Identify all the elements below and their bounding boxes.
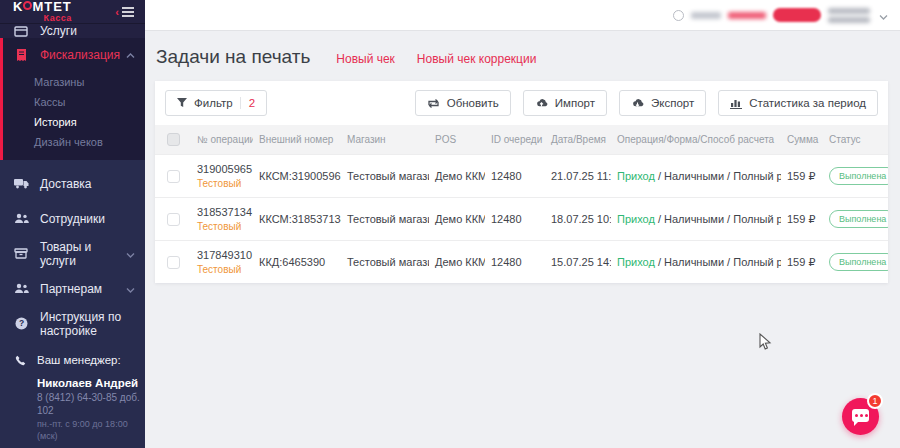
sidebar-subitem-receipt-design[interactable]: Дизайн чеков [3,132,145,152]
title-row: Задачи на печать Новый чек Новый чек кор… [155,46,888,68]
box-icon [13,248,29,259]
status-badge: Выполнена [829,167,888,185]
operation-info: Приход / Наличными / Полный расчет [611,198,781,241]
amount: 159 ₽ [781,198,823,241]
shop-name: Тестовый магазин [341,241,429,284]
people-icon [13,283,29,294]
sidebar-contacts: Ваш менеджер: Николаев Андрей 8 (8412) 6… [0,354,145,448]
sidebar-item-label: Инструкция по настройке [40,310,135,338]
col-header-pos: POS [429,125,485,155]
sidebar-item-label: Сотрудники [40,212,135,226]
cloud-download-icon [631,98,644,108]
table-row[interactable]: 319005965Тестовый ККСМ:319005965 Тестовы… [155,155,888,198]
phone-icon [12,355,28,366]
sidebar-item-label: Доставка [40,177,135,191]
question-circle-icon: ? [13,317,29,330]
svg-text:?: ? [18,318,23,328]
select-all-checkbox[interactable] [167,133,180,146]
pos-name: Демо ККМ [429,241,485,284]
sidebar-menu: Доставка Сотрудники Товары и услуги [0,166,145,341]
export-button[interactable]: Экспорт [619,90,706,116]
col-header-operation-id: № операции [191,125,253,155]
row-checkbox[interactable] [167,213,180,226]
status-badge: Выполнена [829,253,888,271]
redacted-topup-button[interactable] [773,8,821,22]
shop-name: Тестовый магазин [341,198,429,241]
account-chevron-down-icon[interactable] [879,6,888,24]
sidebar-item-delivery[interactable]: Доставка [0,166,145,201]
chat-fab-button[interactable]: 1 [842,398,879,435]
toolbar: Фильтр 2 Обновить [155,81,888,125]
datetime: 18.07.25 10:33 [545,198,611,241]
sidebar-item-employees[interactable]: Сотрудники [0,201,145,236]
table-header-row: № операции Внешний номер Магазин POS ID … [155,125,888,155]
sidebar-item-services[interactable]: Услуги [0,24,145,38]
sidebar-item-goods-services[interactable]: Товары и услуги [0,236,145,271]
col-header-status: Статус [823,125,888,155]
services-icon [13,26,29,37]
filter-button[interactable]: Фильтр 2 [165,90,267,116]
manager-phone: 8 (8412) 64-30-85 доб. 102 [37,392,145,417]
import-label: Импорт [555,97,595,109]
filter-count-badge: 2 [240,97,255,109]
logo-text-rest: MTET [32,0,71,14]
new-correction-receipt-link[interactable]: Новый чек коррекции [417,52,537,66]
sidebar-item-setup-instructions[interactable]: ? Инструкция по настройке [0,306,145,341]
chevron-down-icon [126,282,135,296]
refresh-label: Обновить [447,97,499,109]
sidebar-item-label: Фискализация [40,48,126,62]
new-receipt-link[interactable]: Новый чек [336,52,395,66]
manager-details: Николаев Андрей 8 (8412) 64-30-85 доб. 1… [0,376,145,442]
chevron-up-icon [126,48,135,62]
table-row[interactable]: 318537134Тестовый ККСМ:318537134 Тестовы… [155,198,888,241]
external-number: ККСМ:319005965 [253,155,341,198]
chevron-down-icon [126,247,135,261]
datetime: 21.07.25 11:23 [545,155,611,198]
print-tasks-table: № операции Внешний номер Магазин POS ID … [155,125,888,283]
sidebar-item-fiscalization[interactable]: Фискализация [3,38,145,72]
account-status-icon [673,10,684,21]
sidebar-subitem-cashboxes[interactable]: Кассы [3,92,145,112]
sidebar-subitem-shops[interactable]: Магазины [3,72,145,92]
operation-type: Приход [617,170,655,182]
print-tasks-card: Фильтр 2 Обновить [155,81,888,283]
period-stats-button[interactable]: Статистика за период [718,90,878,116]
row-checkbox[interactable] [167,256,180,269]
col-header-operation-type: Операция/Форма/Способ расчета [611,125,781,155]
operation-details: / Наличными / Полный расчет [655,213,781,225]
operation-id: 318537134 [197,206,247,218]
komtet-logo[interactable]: KMTET Касса [13,0,72,23]
test-tag: Тестовый [197,221,247,232]
external-number: ККСМ:318537134 [253,198,341,241]
refresh-icon [427,98,440,109]
people-icon [13,213,29,224]
row-checkbox[interactable] [167,170,180,183]
operation-type: Приход [617,256,655,268]
sidebar-collapse-button[interactable]: ‹ [115,6,135,18]
hamburger-icon [121,6,135,18]
topbar [145,0,900,30]
operation-details: / Наличными / Полный расчет [655,256,781,268]
amount: 159 ₽ [781,241,823,284]
cloud-upload-icon [535,98,548,108]
content: Задачи на печать Новый чек Новый чек кор… [145,30,900,448]
chat-dots-icon [855,414,868,417]
main-area: Задачи на печать Новый чек Новый чек кор… [145,0,900,448]
import-button[interactable]: Импорт [523,90,607,116]
col-header-queue-id: ID очереди [485,125,545,155]
col-header-datetime: Дата/Время [545,125,611,155]
refresh-button[interactable]: Обновить [415,90,511,116]
operation-id: 319005965 [197,163,247,175]
table-row[interactable]: 317849310Тестовый ККД:6465390 Тестовый м… [155,241,888,284]
operation-info: Приход / Наличными / Полный расчет [611,155,781,198]
sidebar-subitem-history[interactable]: История [3,112,145,132]
status-badge: Выполнена [829,210,888,228]
period-stats-label: Статистика за период [749,97,866,109]
redacted-account-name[interactable] [828,8,870,23]
test-tag: Тестовый [197,264,247,275]
sidebar-item-partners[interactable]: Партнерам [0,271,145,306]
queue-id: 12480 [485,241,545,284]
toolbar-actions: Обновить Импорт Экспорт [415,90,878,116]
sidebar-item-label: Партнерам [40,282,126,296]
amount: 159 ₽ [781,155,823,198]
